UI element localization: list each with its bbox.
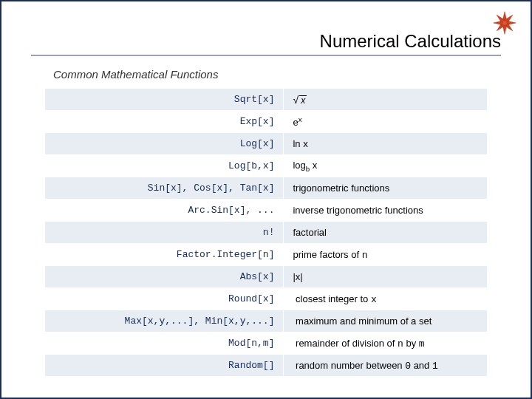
function-description: random number between 0 and 1 [284,355,488,377]
function-syntax: Max[x,y,...], Min[x,y,...] [45,310,284,332]
function-syntax: n! [45,222,284,244]
table-row: Arc.Sin[x], ...inverse trigonometric fun… [45,200,488,222]
function-description: ex [284,111,488,133]
function-description: √x [284,89,488,111]
table-row: Mod[n,m] remainder of division of n by m [45,332,488,355]
section-subtitle: Common Mathematical Functions [53,68,501,81]
table-row: Sqrt[x]√x [45,89,488,111]
svg-point-8 [502,21,508,26]
function-description: closest integer to x [284,288,488,310]
table-row: Round[x] closest integer to x [45,288,488,310]
table-row: Exp[x]ex [45,111,488,133]
function-syntax: Sqrt[x] [45,89,284,111]
table-row: Factor.Integer[n]prime factors of n [45,244,488,266]
table-row: Log[b,x]logb x [45,155,488,177]
table-row: Log[x]ln x [45,133,488,155]
function-description: trigonometric functions [284,177,488,200]
function-description: factorial [284,222,488,244]
functions-table: Sqrt[x]√xExp[x]exLog[x]ln xLog[b,x]logb … [44,88,488,377]
table-row: Abs[x]|x| [45,266,488,288]
function-syntax: Random[] [45,355,284,377]
function-syntax: Abs[x] [45,266,284,288]
table-row: Sin[x], Cos[x], Tan[x]trigonometric func… [45,177,488,200]
function-syntax: Log[x] [45,133,284,155]
table-row: Random[] random number between 0 and 1 [45,355,488,377]
function-description: inverse trigonometric functions [284,200,488,222]
function-description: |x| [284,266,488,288]
title-bar: Numerical Calculations [31,31,501,56]
function-description: logb x [284,155,488,177]
function-description: ln x [284,133,488,155]
function-syntax: Round[x] [45,288,284,310]
function-syntax: Sin[x], Cos[x], Tan[x] [45,177,284,200]
function-syntax: Arc.Sin[x], ... [45,200,284,222]
table-row: Max[x,y,...], Min[x,y,...] maximum and m… [45,310,488,332]
mathematica-spikey-icon [492,10,517,35]
function-syntax: Log[b,x] [45,155,284,177]
function-syntax: Factor.Integer[n] [45,244,284,266]
function-description: maximum and minimum of a set [284,310,488,332]
table-row: n!factorial [45,222,488,244]
function-description: remainder of division of n by m [284,332,488,355]
function-syntax: Exp[x] [45,111,284,133]
page-title: Numerical Calculations [31,31,501,52]
function-description: prime factors of n [284,244,488,266]
function-syntax: Mod[n,m] [45,332,284,355]
